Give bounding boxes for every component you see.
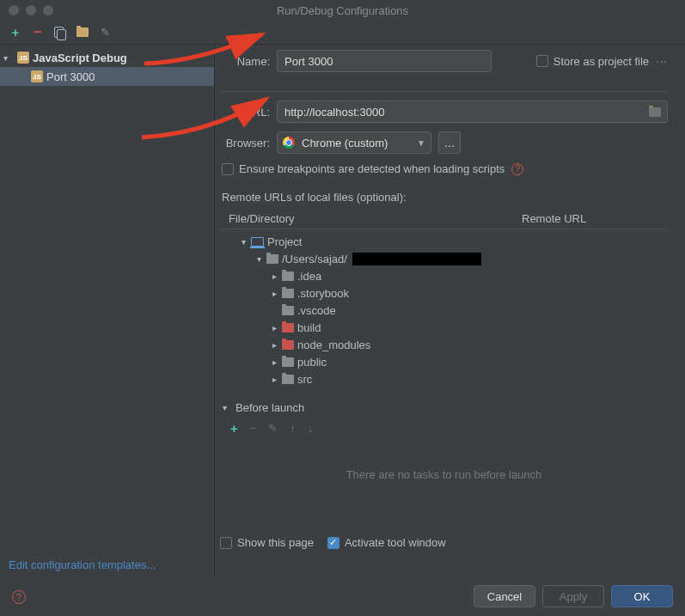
show-this-page-toggle[interactable]: Show this page — [220, 536, 314, 549]
browse-folder-icon[interactable] — [649, 107, 661, 117]
no-tasks-message: There are no tasks to run before launch — [220, 468, 668, 481]
file-tree-label: Project — [267, 235, 302, 248]
help-button[interactable]: ? — [12, 590, 26, 604]
checkbox-checked-icon — [327, 537, 339, 549]
javascript-debug-icon: JS — [31, 70, 43, 82]
folder-icon — [266, 254, 278, 264]
save-to-folder-button[interactable] — [76, 26, 89, 40]
copy-icon — [54, 27, 66, 39]
config-type-label: JavaScript Debug — [33, 52, 127, 64]
file-tree: ▾ Project ▾ /Users/sajad/ ▸ .idea ▸ .sto… — [220, 229, 668, 391]
chevron-down-icon: ▾ — [254, 254, 263, 264]
remove-task-button[interactable]: − — [250, 422, 257, 435]
add-config-button[interactable]: + — [9, 26, 22, 40]
folder-icon — [282, 306, 294, 315]
chevron-right-icon: ▸ — [270, 375, 278, 384]
file-tree-label: .storybook — [297, 287, 349, 300]
cancel-button[interactable]: Cancel — [474, 585, 535, 607]
chevron-right-icon: ▸ — [270, 340, 278, 350]
edit-configuration-templates-link[interactable]: Edit configuration templates... — [9, 558, 156, 571]
apply-button[interactable]: Apply — [542, 585, 604, 607]
file-tree-row-root[interactable]: ▾ /Users/sajad/ — [223, 250, 668, 267]
folder-excluded-icon — [282, 323, 294, 332]
titlebar: Run/Debug Configurations — [0, 0, 685, 21]
chevron-right-icon: ▸ — [270, 323, 278, 332]
ensure-breakpoints-toggle[interactable]: Ensure breakpoints are detected when loa… — [222, 162, 505, 175]
edit-task-button[interactable]: ✎ — [268, 422, 278, 435]
col-file-directory: File/Directory — [229, 212, 522, 225]
url-input[interactable] — [277, 101, 668, 123]
file-tree-row-vscode[interactable]: ▸ .vscode — [223, 302, 668, 319]
file-tree-row-src[interactable]: ▸ src — [223, 370, 668, 387]
file-tree-label: .idea — [297, 270, 321, 283]
url-label: URL: — [220, 106, 270, 119]
checkbox-icon — [222, 163, 234, 175]
ensure-breakpoints-label: Ensure breakpoints are detected when loa… — [239, 162, 505, 175]
folder-icon — [76, 27, 89, 37]
remote-urls-label: Remote URLs of local files (optional): — [222, 191, 668, 204]
redacted-path — [352, 253, 481, 265]
activate-tool-window-toggle[interactable]: Activate tool window — [327, 536, 446, 549]
file-tree-row-storybook[interactable]: ▸ .storybook — [223, 284, 668, 302]
file-tree-row-build[interactable]: ▸ build — [223, 319, 668, 336]
footer-checkboxes: Show this page Activate tool window — [220, 536, 446, 549]
file-tree-label: public — [297, 356, 327, 369]
project-icon — [251, 237, 264, 247]
browser-select[interactable]: Chrome (custom) ▼ — [277, 131, 431, 154]
config-tree-sidebar: ▾ JS JavaScript Debug JS Port 3000 — [0, 45, 215, 578]
col-remote-url: Remote URL — [522, 212, 659, 225]
checkbox-icon — [536, 55, 548, 67]
activate-tool-window-label: Activate tool window — [345, 536, 446, 549]
file-tree-label: .vscode — [297, 304, 336, 317]
help-icon[interactable]: ? — [511, 163, 523, 175]
dialog-button-bar: Cancel Apply OK — [474, 585, 673, 607]
more-options-icon[interactable]: ⋮ — [656, 57, 668, 65]
chevron-down-icon: ▾ — [239, 237, 248, 247]
file-tree-label: build — [297, 321, 321, 334]
file-tree-row-node-modules[interactable]: ▸ node_modules — [223, 336, 668, 353]
browser-value: Chrome (custom) — [302, 137, 388, 149]
checkbox-icon — [220, 537, 232, 549]
move-task-up-button[interactable]: ↑ — [290, 422, 296, 435]
chevron-down-icon: ▼ — [417, 138, 425, 148]
copy-config-button[interactable] — [53, 26, 67, 40]
config-toolbar: + − ✎ — [0, 21, 685, 45]
before-launch-section-toggle[interactable]: ▾ Before launch — [220, 401, 668, 414]
window-title: Run/Debug Configurations — [0, 4, 685, 17]
browser-label: Browser: — [220, 137, 270, 149]
chevron-right-icon: ▸ — [270, 271, 278, 281]
before-launch-toolbar: + − ✎ ↑ ↓ — [220, 414, 668, 442]
file-tree-row-idea[interactable]: ▸ .idea — [223, 267, 668, 284]
remove-config-button[interactable]: − — [31, 26, 45, 40]
name-input[interactable] — [277, 50, 492, 72]
edit-templates-icon-button[interactable]: ✎ — [98, 26, 112, 40]
store-as-project-file-toggle[interactable]: Store as project file — [536, 55, 649, 68]
config-form: Name: Store as project file ⋮ URL: Brows… — [215, 45, 685, 578]
file-tree-label: node_modules — [297, 338, 370, 351]
before-launch-label: Before launch — [235, 401, 304, 414]
config-type-node[interactable]: ▾ JS JavaScript Debug — [0, 48, 214, 67]
file-tree-row-project[interactable]: ▾ Project — [223, 233, 668, 250]
chevron-down-icon: ▾ — [3, 53, 14, 63]
chevron-down-icon: ▾ — [220, 403, 229, 412]
chrome-icon — [283, 137, 295, 149]
folder-icon — [282, 375, 294, 384]
divider — [220, 91, 668, 92]
name-label: Name: — [220, 55, 270, 68]
config-item-port-3000[interactable]: JS Port 3000 — [0, 67, 214, 86]
folder-icon — [282, 271, 294, 281]
move-task-down-button[interactable]: ↓ — [308, 422, 314, 435]
browser-settings-button[interactable]: … — [438, 131, 461, 154]
file-tree-label: src — [297, 373, 312, 386]
file-tree-label: /Users/sajad/ — [282, 253, 347, 265]
folder-icon — [282, 289, 294, 298]
javascript-debug-icon: JS — [17, 52, 29, 64]
store-label: Store as project file — [554, 55, 649, 68]
chevron-right-icon: ▸ — [270, 289, 278, 298]
ok-button[interactable]: OK — [611, 585, 673, 607]
remote-urls-table-header: File/Directory Remote URL — [220, 209, 668, 229]
config-item-label: Port 3000 — [46, 70, 95, 83]
add-task-button[interactable]: + — [230, 421, 238, 436]
file-tree-row-public[interactable]: ▸ public — [223, 353, 668, 370]
chevron-right-icon: ▸ — [270, 357, 278, 367]
